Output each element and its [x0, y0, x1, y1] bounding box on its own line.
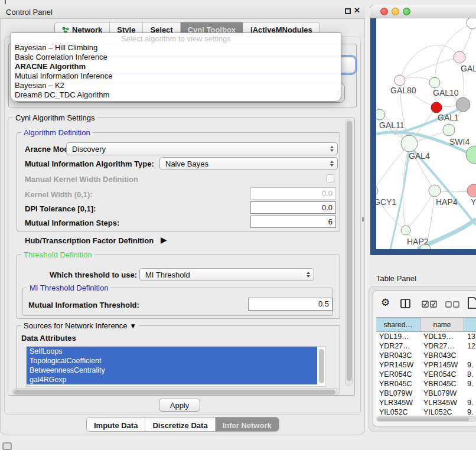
- tab-infer-network[interactable]: Infer Network: [216, 418, 279, 431]
- table-row[interactable]: YBL079WYBL079W: [376, 389, 476, 399]
- float-icon[interactable]: [345, 8, 351, 14]
- node-gal80: [395, 75, 405, 86]
- node-hap2: [401, 226, 410, 235]
- algorithm-option[interactable]: Dream8 DC_TDC Algorithm: [15, 90, 109, 100]
- column-header-clipped[interactable]: [464, 318, 476, 331]
- dpi-tolerance-label: DPI Tolerance [0,1]:: [25, 204, 96, 213]
- aracne-mode-combobox[interactable]: Discovery: [66, 142, 338, 155]
- window-minimize-icon[interactable]: [392, 8, 399, 15]
- splitter-handle[interactable]: [362, 217, 364, 221]
- table-row[interactable]: YPR145WYPR145W9.: [376, 361, 476, 370]
- attributes-vscroll-thumb[interactable]: [319, 349, 324, 383]
- node-gal10: [429, 77, 440, 88]
- algorithm-dropdown: Select algorithm to view settings Bayesi…: [11, 32, 341, 102]
- table-header: shared… name: [376, 317, 476, 332]
- window-zoom-icon[interactable]: [403, 8, 410, 15]
- node-gray: [456, 97, 470, 112]
- split-columns-icon[interactable]: [400, 299, 410, 308]
- label-hap4: HAP4: [436, 197, 458, 207]
- which-threshold-label: Which threshold to use:: [50, 270, 137, 279]
- node-gal1: [431, 102, 442, 113]
- label-gal10: GAL10: [433, 88, 459, 97]
- algorithm-option[interactable]: Bayesian – Hill Climbing: [15, 43, 97, 53]
- threshold-definition-title: Threshold Definition: [21, 250, 94, 259]
- node-unlabeled: [467, 18, 476, 29]
- cursor-artifact: [5, 0, 6, 4]
- attribute-item-selected[interactable]: TopologicalCoefficient: [27, 356, 317, 366]
- table-row[interactable]: YDL19…YDL19…13: [376, 332, 476, 342]
- table-row[interactable]: YLR345WYLR345W9.: [376, 399, 476, 408]
- label-hap2: HAP2: [407, 237, 429, 246]
- settings-vertical-scrollbar[interactable]: [345, 119, 353, 386]
- mi-steps-label: Mutual Information Steps:: [25, 219, 119, 227]
- algorithm-option[interactable]: Basic Correlation Inference: [15, 53, 107, 62]
- export-table-icon[interactable]: [468, 297, 476, 309]
- apply-button[interactable]: Apply: [159, 399, 200, 412]
- data-attributes-list[interactable]: SelfLoops TopologicalCoefficient Between…: [26, 346, 326, 387]
- tab-discretize-data[interactable]: Discretize Data: [145, 418, 215, 431]
- bottom-tabs: Impute Data Discretize Data Infer Networ…: [86, 417, 279, 432]
- settings-vscroll-thumb[interactable]: [347, 121, 352, 381]
- which-threshold-combobox[interactable]: MI Threshold: [139, 268, 314, 281]
- manual-kernel-checkbox[interactable]: [326, 174, 334, 182]
- algorithm-option-selected[interactable]: ARACNE Algorithm: [15, 62, 86, 71]
- settings-hscroll-thumb[interactable]: [14, 390, 335, 394]
- close-icon[interactable]: ✕: [354, 6, 360, 15]
- table-hscroll-thumb[interactable]: [377, 418, 469, 421]
- node-gal11: [376, 109, 385, 120]
- node-green-large: [466, 146, 476, 164]
- node-hap4: [429, 185, 441, 197]
- mi-threshold-label: Mutual Information Threshold:: [28, 301, 139, 309]
- algorithm-option[interactable]: Bayesian – K2: [15, 81, 64, 90]
- window-close-icon[interactable]: [380, 8, 388, 15]
- mi-type-combobox[interactable]: Naive Bayes: [159, 157, 338, 170]
- mi-steps-field[interactable]: 6: [250, 216, 336, 228]
- gear-icon[interactable]: ⚙: [381, 296, 390, 309]
- stepper-arrows-icon: [330, 161, 334, 167]
- attribute-item-selected[interactable]: BetweennessCentrality: [27, 366, 317, 375]
- expand-right-icon[interactable]: ▶: [161, 235, 167, 244]
- dpi-tolerance-field[interactable]: 0.0: [250, 201, 336, 214]
- attribute-item-selected[interactable]: gal4RGexp: [27, 375, 317, 384]
- mi-threshold-field[interactable]: 0.5: [248, 298, 332, 311]
- table-panel-title: Table Panel: [376, 274, 416, 283]
- algorithm-dropdown-hint: Select algorithm to view settings: [11, 34, 341, 43]
- column-header-name[interactable]: name: [420, 318, 464, 331]
- sources-group-title[interactable]: Sources for Network Inference ▼: [21, 321, 139, 330]
- network-nodes[interactable]: [376, 18, 476, 249]
- data-attributes-label: Data Attributes: [21, 334, 76, 343]
- label-gal-clipped: GAL: [461, 64, 476, 73]
- deselect-all-checkboxes-icon[interactable]: [445, 301, 460, 308]
- network-node-labels: GAL GAL80 GAL10 GAL1 GAL11 SWI4 GAL4 GCY…: [376, 64, 476, 246]
- aracne-mode-value: Discovery: [72, 145, 106, 154]
- table-row[interactable]: YER054CYER054C8.: [376, 370, 476, 380]
- table-row[interactable]: YIL052CYIL052C9.: [376, 408, 476, 415]
- algorithm-definition-title: Algorithm Definition: [21, 128, 93, 137]
- node-gal-clipped: [454, 51, 465, 63]
- select-all-checkboxes-icon[interactable]: [422, 301, 438, 308]
- label-swi4: SWI4: [449, 137, 470, 146]
- table-window: ⚙ shared… name YDL19…YDL19…13 YDR27…YDR: [373, 291, 476, 426]
- table-row[interactable]: YBR045CYBR045C9.: [376, 380, 476, 389]
- apply-button-label: Apply: [170, 401, 190, 410]
- column-header-shared-name[interactable]: shared…: [376, 318, 420, 331]
- kernel-width-field[interactable]: 0.0: [250, 187, 336, 200]
- label-y-clipped: Y: [471, 197, 476, 207]
- table-horizontal-scrollbar[interactable]: [376, 416, 476, 422]
- collapse-down-icon[interactable]: ▼: [129, 322, 136, 330]
- hub-section-label[interactable]: Hub/Transcription Factor Definition: [25, 236, 154, 245]
- cyni-algorithm-settings-title: Cyni Algorithm Settings: [13, 113, 97, 122]
- which-threshold-value: MI Threshold: [145, 270, 190, 279]
- attribute-item-selected[interactable]: SelfLoops: [27, 347, 317, 356]
- network-window: GAL GAL80 GAL10 GAL1 GAL11 SWI4 GAL4 GCY…: [370, 5, 476, 255]
- tab-impute-data[interactable]: Impute Data: [87, 418, 145, 431]
- stepper-arrows-icon: [307, 272, 310, 278]
- network-canvas[interactable]: GAL GAL80 GAL10 GAL1 GAL11 SWI4 GAL4 GCY…: [376, 18, 476, 249]
- control-panel-title: Control Panel: [6, 8, 53, 17]
- table-row[interactable]: YBR043CYBR043C: [376, 351, 476, 361]
- docked-panel-icon[interactable]: [2, 442, 12, 450]
- table-row[interactable]: YDR27…YDR27…12: [376, 342, 476, 351]
- node-swi4: [443, 124, 455, 136]
- algorithm-option[interactable]: Mutual Information Inference: [15, 71, 112, 81]
- control-panel-titlebar: [0, 5, 365, 19]
